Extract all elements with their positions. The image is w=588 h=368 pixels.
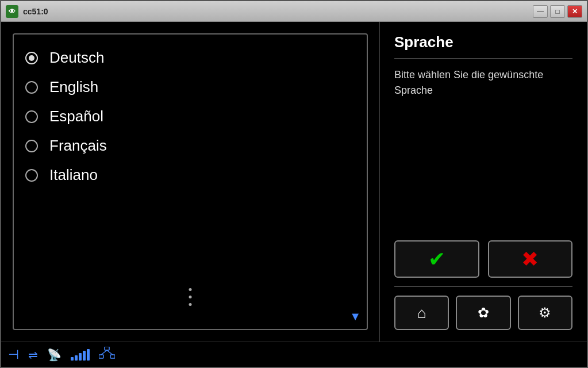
svg-rect-2 xyxy=(110,355,115,358)
signal-bar-5 xyxy=(87,349,90,361)
settings-icon: ⚙ xyxy=(539,305,551,321)
svg-rect-1 xyxy=(99,355,103,358)
home-button[interactable]: ⌂ xyxy=(394,296,449,330)
statusbar: ⊣ ⇌ 📡 xyxy=(1,342,587,367)
svg-rect-0 xyxy=(105,347,109,350)
scroll-dots xyxy=(189,288,192,306)
media-icon: ✿ xyxy=(478,305,489,321)
maximize-button[interactable]: □ xyxy=(550,5,565,18)
language-label-francais: Français xyxy=(49,137,107,155)
action-buttons: ✔ ✖ xyxy=(394,240,572,287)
language-item-italiano[interactable]: Italiano xyxy=(25,160,355,190)
signal-bar-4 xyxy=(83,351,86,361)
radio-francais[interactable] xyxy=(25,140,38,152)
confirm-icon: ✔ xyxy=(428,247,445,271)
panel-title: Sprache xyxy=(394,33,572,59)
language-item-francais[interactable]: Français xyxy=(25,131,355,160)
signal-bars xyxy=(71,349,90,361)
close-button[interactable]: ✕ xyxy=(567,5,582,18)
scroll-down-arrow[interactable]: ▼ xyxy=(349,310,361,323)
language-label-espanol: Español xyxy=(49,108,103,125)
window-controls: — □ ✕ xyxy=(533,5,582,18)
scroll-dot-2 xyxy=(189,296,192,298)
wifi-icon: 📡 xyxy=(47,348,62,362)
cancel-button[interactable]: ✖ xyxy=(488,240,573,278)
signal-bar-3 xyxy=(79,353,82,361)
language-list-container: Deutsch English Español Français xyxy=(13,33,368,330)
radio-deutsch[interactable] xyxy=(25,52,38,64)
main-window: 👁 cc51:0 — □ ✕ Deutsch En xyxy=(0,0,588,368)
signal-bar-2 xyxy=(75,355,78,361)
scroll-dot-3 xyxy=(189,303,192,306)
right-panel: Sprache Bitte wählen Sie die gewünschte … xyxy=(380,22,587,342)
minimize-button[interactable]: — xyxy=(533,5,548,18)
scroll-dot-1 xyxy=(189,288,192,291)
arrows-icon: ⇌ xyxy=(28,348,38,362)
language-label-deutsch: Deutsch xyxy=(49,49,104,67)
svg-line-3 xyxy=(101,350,107,355)
panel-description: Bitte wählen Sie die gewünschte Sprache xyxy=(394,67,572,232)
home-icon: ⌂ xyxy=(417,304,426,322)
cancel-icon: ✖ xyxy=(521,247,539,271)
radio-english[interactable] xyxy=(25,81,38,94)
confirm-button[interactable]: ✔ xyxy=(394,240,479,278)
connection-icon: ⊣ xyxy=(8,347,19,362)
titlebar: 👁 cc51:0 — □ ✕ xyxy=(1,1,587,22)
language-label-english: English xyxy=(49,78,98,96)
left-panel: Deutsch English Español Français xyxy=(1,22,380,342)
app-icon: 👁 xyxy=(6,5,18,18)
main-content: Deutsch English Español Français xyxy=(1,22,587,367)
language-item-deutsch[interactable]: Deutsch xyxy=(25,43,355,72)
panels-container: Deutsch English Español Français xyxy=(1,22,587,342)
nav-buttons: ⌂ ✿ ⚙ xyxy=(394,296,572,330)
signal-bar-1 xyxy=(71,357,74,361)
settings-button[interactable]: ⚙ xyxy=(518,296,572,330)
radio-espanol[interactable] xyxy=(25,110,38,123)
language-item-espanol[interactable]: Español xyxy=(25,102,355,131)
media-button[interactable]: ✿ xyxy=(456,296,510,330)
language-item-english[interactable]: English xyxy=(25,72,355,102)
svg-line-4 xyxy=(107,350,113,355)
radio-italiano[interactable] xyxy=(25,169,38,182)
window-title: cc51:0 xyxy=(23,7,533,16)
network-icon xyxy=(99,347,115,362)
language-label-italiano: Italiano xyxy=(49,166,98,184)
